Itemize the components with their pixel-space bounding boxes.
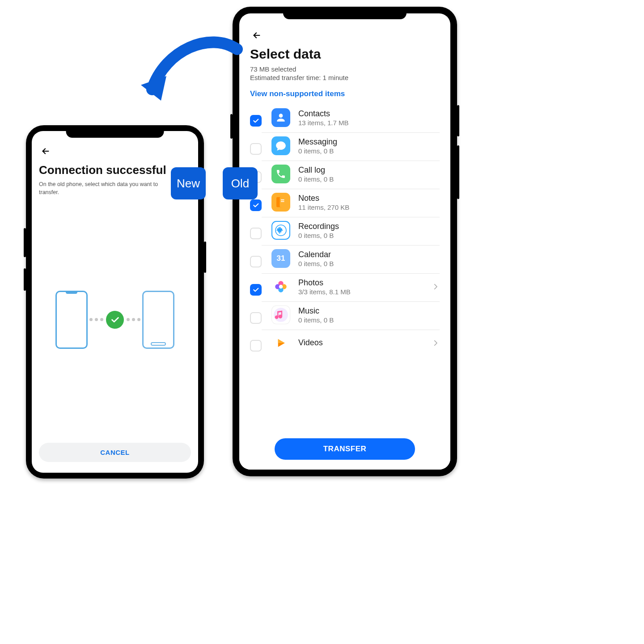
row-title: Videos bbox=[298, 338, 432, 347]
music-icon bbox=[271, 305, 290, 324]
list-item-calendar[interactable]: 31Calendar0 items, 0 B bbox=[239, 246, 450, 274]
transfer-direction-arrow bbox=[134, 36, 246, 125]
row-title: Calendar bbox=[298, 250, 440, 259]
row-subtitle: 0 items, 0 B bbox=[298, 147, 440, 155]
page-title: Select data bbox=[250, 47, 440, 62]
row-subtitle: 13 items, 1.7 MB bbox=[298, 119, 440, 127]
transfer-button[interactable]: TRANSFER bbox=[275, 438, 415, 460]
transfer-eta: Estimated transfer time: 1 minute bbox=[250, 74, 440, 81]
list-item-messaging[interactable]: Messaging0 items, 0 B bbox=[239, 133, 450, 161]
page-subtitle: On the old phone, select which data you … bbox=[39, 181, 173, 196]
messaging-icon bbox=[271, 136, 290, 155]
videos-icon bbox=[271, 334, 290, 352]
row-subtitle: 3/3 items, 8.1 MB bbox=[298, 288, 432, 296]
row-title: Music bbox=[298, 306, 440, 316]
connection-illustration bbox=[32, 196, 198, 443]
photos-icon bbox=[271, 277, 290, 296]
checkbox-calendar[interactable] bbox=[250, 256, 262, 267]
list-item-photos[interactable]: Photos3/3 items, 8.1 MB bbox=[239, 274, 450, 302]
list-item-notes[interactable]: Notes11 items, 270 KB bbox=[239, 189, 450, 217]
contacts-icon bbox=[271, 108, 290, 127]
label-new-phone: New bbox=[171, 167, 206, 199]
checkbox-music[interactable] bbox=[250, 312, 262, 324]
checkbox-recordings[interactable] bbox=[250, 228, 262, 239]
chevron-right-icon bbox=[432, 339, 440, 347]
list-item-calllog[interactable]: Call log0 items, 0 B bbox=[239, 161, 450, 189]
row-title: Photos bbox=[298, 278, 432, 288]
cancel-button[interactable]: CANCEL bbox=[39, 443, 191, 462]
row-title: Recordings bbox=[298, 222, 440, 231]
list-item-music[interactable]: Music0 items, 0 B bbox=[239, 302, 450, 330]
row-title: Notes bbox=[298, 194, 440, 203]
list-item-videos[interactable]: Videos bbox=[239, 330, 450, 358]
selected-size: 73 MB selected bbox=[250, 65, 440, 73]
checkmark-icon bbox=[106, 311, 124, 329]
row-subtitle: 0 items, 0 B bbox=[298, 232, 440, 239]
calllog-icon bbox=[271, 165, 290, 183]
back-icon[interactable] bbox=[250, 29, 263, 42]
notes-icon bbox=[271, 193, 290, 212]
calendar-icon: 31 bbox=[271, 249, 290, 268]
row-subtitle: 0 items, 0 B bbox=[298, 260, 440, 267]
label-old-phone: Old bbox=[223, 167, 258, 199]
back-icon[interactable] bbox=[39, 144, 52, 158]
chevron-right-icon bbox=[432, 283, 440, 291]
list-item-recordings[interactable]: Recordings0 items, 0 B bbox=[239, 217, 450, 246]
checkbox-notes[interactable] bbox=[250, 199, 262, 211]
checkbox-photos[interactable] bbox=[250, 284, 262, 296]
checkbox-videos[interactable] bbox=[250, 340, 262, 352]
checkbox-messaging[interactable] bbox=[250, 143, 262, 155]
checkbox-contacts[interactable] bbox=[250, 115, 262, 127]
recordings-icon bbox=[271, 221, 290, 240]
row-subtitle: 11 items, 270 KB bbox=[298, 203, 440, 211]
view-unsupported-link[interactable]: View non-supported items bbox=[250, 89, 440, 98]
row-subtitle: 0 items, 0 B bbox=[298, 175, 440, 183]
page-title: Connection successful bbox=[39, 163, 191, 177]
row-title: Messaging bbox=[298, 137, 440, 147]
row-title: Contacts bbox=[298, 109, 440, 119]
list-item-contacts[interactable]: Contacts13 items, 1.7 MB bbox=[239, 105, 450, 133]
phone-old: Select data 73 MB selected Estimated tra… bbox=[233, 7, 457, 476]
row-title: Call log bbox=[298, 165, 440, 175]
row-subtitle: 0 items, 0 B bbox=[298, 316, 440, 324]
